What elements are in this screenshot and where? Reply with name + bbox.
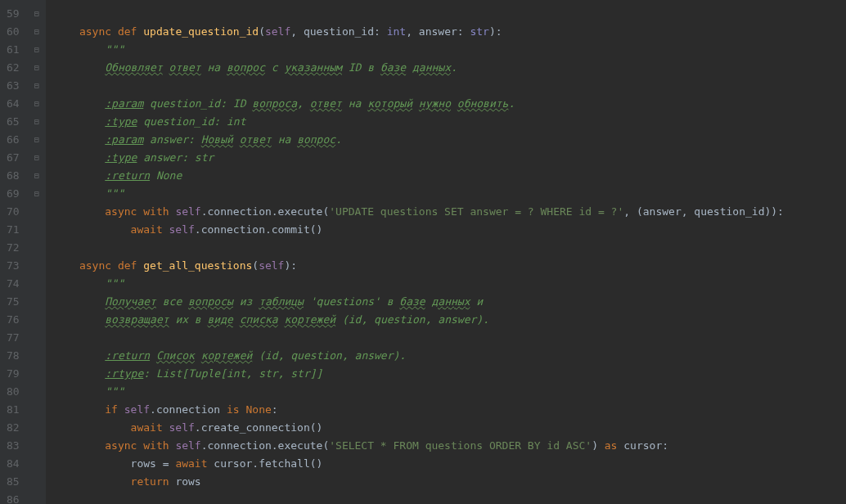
- line-number: 86: [7, 491, 20, 504]
- code-line[interactable]: :type answer: str: [54, 149, 784, 167]
- line-number: 64: [7, 95, 20, 113]
- code-line[interactable]: [54, 77, 784, 95]
- code-area[interactable]: async def update_question_id(self, quest…: [46, 0, 792, 504]
- line-number: 62: [7, 59, 20, 77]
- line-number: 77: [7, 329, 20, 347]
- code-line[interactable]: :type question_id: int: [54, 113, 784, 131]
- fold-marker[interactable]: ⊟: [28, 185, 46, 203]
- code-line[interactable]: async with self.connection.execute('SELE…: [54, 437, 784, 455]
- code-line[interactable]: """: [54, 275, 784, 293]
- line-number: 78: [7, 347, 20, 365]
- line-number: 76: [7, 311, 20, 329]
- code-line[interactable]: :param answer: Новый ответ на вопрос.: [54, 131, 784, 149]
- line-number: 81: [7, 401, 20, 419]
- code-line[interactable]: [54, 329, 784, 347]
- fold-marker[interactable]: ⊟: [28, 113, 46, 131]
- line-number: 63: [7, 77, 20, 95]
- line-number: 65: [7, 113, 20, 131]
- fold-marker[interactable]: ⊟: [28, 167, 46, 185]
- line-number: 67: [7, 149, 20, 167]
- fold-marker[interactable]: ⊟: [28, 95, 46, 113]
- fold-marker[interactable]: ⊟: [28, 59, 46, 77]
- line-number: 68: [7, 167, 20, 185]
- code-line[interactable]: await self.create_connection(): [54, 419, 784, 437]
- code-line[interactable]: :rtype: List[Tuple[int, str, str]]: [54, 365, 784, 383]
- line-number: 75: [7, 293, 20, 311]
- fold-marker[interactable]: ⊟: [28, 131, 46, 149]
- line-number: 60: [7, 23, 20, 41]
- code-line[interactable]: async def update_question_id(self, quest…: [54, 23, 784, 41]
- code-line[interactable]: """: [54, 185, 784, 203]
- fold-marker[interactable]: ⊟: [28, 149, 46, 167]
- code-line[interactable]: """: [54, 383, 784, 401]
- fold-marker[interactable]: ⊟: [28, 5, 46, 23]
- fold-column[interactable]: ⊟⊟⊟⊟⊟⊟⊟⊟⊟⊟⊟: [28, 0, 46, 504]
- code-line[interactable]: if self.connection is None:: [54, 401, 784, 419]
- code-line[interactable]: Получает все вопросы из таблицы 'questio…: [54, 293, 784, 311]
- line-number: 84: [7, 455, 20, 473]
- code-line[interactable]: :param question_id: ID вопроса, ответ на…: [54, 95, 784, 113]
- line-number: 70: [7, 203, 20, 221]
- line-number: 83: [7, 437, 20, 455]
- code-line[interactable]: [54, 239, 784, 257]
- line-number: 80: [7, 383, 20, 401]
- line-number: 61: [7, 41, 20, 59]
- code-line[interactable]: [54, 5, 784, 23]
- fold-marker[interactable]: ⊟: [28, 77, 46, 95]
- line-number: 72: [7, 239, 20, 257]
- fold-marker[interactable]: ⊟: [28, 41, 46, 59]
- fold-marker[interactable]: ⊟: [28, 23, 46, 41]
- code-line[interactable]: """: [54, 41, 784, 59]
- code-line[interactable]: return rows: [54, 473, 784, 491]
- code-line[interactable]: rows = await cursor.fetchall(): [54, 455, 784, 473]
- line-number: 71: [7, 221, 20, 239]
- code-line[interactable]: :return Список кортежей (id, question, a…: [54, 347, 784, 365]
- line-number: 74: [7, 275, 20, 293]
- line-number: 82: [7, 419, 20, 437]
- line-number: 73: [7, 257, 20, 275]
- line-number: 66: [7, 131, 20, 149]
- code-line[interactable]: возвращает их в виде списка кортежей (id…: [54, 311, 784, 329]
- line-number: 79: [7, 365, 20, 383]
- code-editor[interactable]: 5960616263646566676869707172737475767778…: [0, 0, 846, 504]
- code-line[interactable]: await self.connection.commit(): [54, 221, 784, 239]
- line-number-gutter: 5960616263646566676869707172737475767778…: [0, 0, 28, 504]
- code-line[interactable]: async def get_all_questions(self):: [54, 257, 784, 275]
- code-line[interactable]: [54, 491, 784, 504]
- code-line[interactable]: async with self.connection.execute('UPDA…: [54, 203, 784, 221]
- code-line[interactable]: :return None: [54, 167, 784, 185]
- line-number: 85: [7, 473, 20, 491]
- line-number: 59: [7, 5, 20, 23]
- code-line[interactable]: Обновляет ответ на вопрос с указанным ID…: [54, 59, 784, 77]
- line-number: 69: [7, 185, 20, 203]
